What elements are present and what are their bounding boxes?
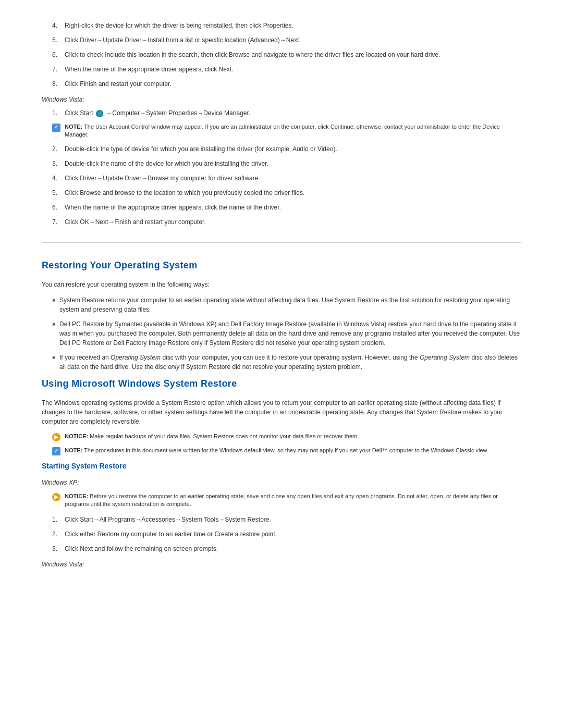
step-number: 7. <box>52 65 65 74</box>
step-item: 7. When the name of the appropriate driv… <box>42 65 521 74</box>
note-label: NOTE: <box>65 124 82 130</box>
step-item: 1. Click Start→All Programs→Accessories→… <box>42 515 521 524</box>
step-item: 7. Click OK→Next→Finish and restart your… <box>42 217 521 227</box>
step-text: Click Browse and browse to the location … <box>65 188 521 198</box>
step-item: 2. Double-click the type of device for w… <box>42 144 521 154</box>
note-icon: ✓ <box>52 124 60 132</box>
restoring-os-bullets: ■ System Restore returns your computer t… <box>52 295 521 372</box>
step-number: 5. <box>52 35 65 45</box>
restoring-os-title: Restoring Your Operating System <box>42 258 521 273</box>
xp-continuation-steps: 4. Right-click the device for which the … <box>42 21 521 89</box>
bullet-marker: ■ <box>52 296 59 304</box>
notice-content: NOTICE: Make regular backups of your dat… <box>65 433 359 440</box>
using-windows-restore-intro: The Windows operating systems provide a … <box>42 398 521 426</box>
note-icon: ✓ <box>52 447 60 455</box>
xp-system-restore-steps: 1. Click Start→All Programs→Accessories→… <box>42 515 521 553</box>
step-text: Click Finish and restart your computer. <box>65 79 521 89</box>
restoring-os-intro: You can restore your operating system in… <box>42 280 521 289</box>
bullet-text: If you received an Operating System disc… <box>59 353 521 372</box>
step-item: 5. Click Browse and browse to the locati… <box>42 188 521 198</box>
notice-icon: ▶ <box>52 433 60 441</box>
step-text: Click either Restore my computer to an e… <box>65 529 521 539</box>
step-text: Click Next and follow the remaining on-s… <box>65 544 521 553</box>
step-text: When the name of the appropriate driver … <box>65 203 521 212</box>
step-number: 3. <box>52 159 65 168</box>
step-item: 4. Click Driver→Update Driver→Browse my … <box>42 174 521 183</box>
note-content: NOTE: The User Account Control window ma… <box>65 123 521 139</box>
step-text: Click Start →Computer→System Properties→… <box>65 108 521 118</box>
step-text: When the name of the appropriate driver … <box>65 65 521 74</box>
step-text: Right-click the device for which the dri… <box>65 21 521 30</box>
step-number: 2. <box>52 529 65 539</box>
bullet-item: ■ If you received an Operating System di… <box>52 353 521 372</box>
bullet-item: ■ System Restore returns your computer t… <box>52 295 521 314</box>
step-number: 3. <box>52 544 65 553</box>
xp-notice-content: NOTICE: Before you restore the computer … <box>65 492 521 509</box>
step-text: Double-click the type of device for whic… <box>65 144 521 154</box>
windows-xp-label: Windows XP: <box>42 478 521 487</box>
windows-vista-label: Windows Vista: <box>42 95 521 104</box>
step-item: 6. Click to check Include this location … <box>42 50 521 59</box>
bullet-text: System Restore returns your computer to … <box>59 295 521 314</box>
vista-steps-2-7: 2. Double-click the type of device for w… <box>42 144 521 227</box>
step-item: 5. Click Driver→Update Driver→Install fr… <box>42 35 521 45</box>
step-item: 1. Click Start →Computer→System Properti… <box>42 108 521 118</box>
note-label: NOTE: <box>65 447 82 453</box>
note-box-1: ✓ NOTE: The procedures in this document … <box>52 447 521 455</box>
step-number: 7. <box>52 217 65 227</box>
step-item: 8. Click Finish and restart your compute… <box>42 79 521 89</box>
vista-note-box: ✓ NOTE: The User Account Control window … <box>52 123 521 139</box>
using-windows-restore-title: Using Microsoft Windows System Restore <box>42 377 521 391</box>
step-text: Click Driver→Update Driver→Browse my com… <box>65 174 521 183</box>
bullet-marker: ■ <box>52 353 59 361</box>
step-item: 6. When the name of the appropriate driv… <box>42 203 521 212</box>
step-item: 3. Double-click the name of the device f… <box>42 159 521 168</box>
windows-vista-label-2: Windows Vista: <box>42 560 521 569</box>
starting-system-restore-title: Starting System Restore <box>42 461 521 472</box>
note-content: NOTE: The procedures in this document we… <box>65 447 488 454</box>
notice-icon: ▶ <box>52 493 60 501</box>
section-divider <box>42 242 521 243</box>
notice-label: NOTICE: <box>65 433 88 439</box>
notice-label: NOTICE: <box>65 493 88 499</box>
step-number: 6. <box>52 50 65 59</box>
step-item: 3. Click Next and follow the remaining o… <box>42 544 521 553</box>
step-number: 6. <box>52 203 65 212</box>
step-item: 4. Right-click the device for which the … <box>42 21 521 30</box>
step-text: Click Start→All Programs→Accessories→Sys… <box>65 515 521 524</box>
windows-start-icon <box>96 110 103 117</box>
step-number: 2. <box>52 144 65 154</box>
step-text: Click OK→Next→Finish and restart your co… <box>65 217 521 227</box>
step-text: Double-click the name of the device for … <box>65 159 521 168</box>
vista-steps-1: 1. Click Start →Computer→System Properti… <box>42 108 521 118</box>
step-number: 4. <box>52 174 65 183</box>
step-number: 4. <box>52 21 65 30</box>
bullet-text: Dell PC Restore by Symantec (available i… <box>59 319 521 348</box>
step-number: 1. <box>52 108 65 118</box>
step-number: 8. <box>52 79 65 89</box>
notice-box-1: ▶ NOTICE: Make regular backups of your d… <box>52 433 521 441</box>
step-number: 1. <box>52 515 65 524</box>
bullet-item: ■ Dell PC Restore by Symantec (available… <box>52 319 521 348</box>
step-text: Click Driver→Update Driver→Install from … <box>65 35 521 45</box>
xp-notice-box: ▶ NOTICE: Before you restore the compute… <box>52 492 521 509</box>
step-item: 2. Click either Restore my computer to a… <box>42 529 521 539</box>
step-text: Click to check Include this location in … <box>65 50 521 59</box>
bullet-marker: ■ <box>52 320 59 328</box>
step-number: 5. <box>52 188 65 198</box>
